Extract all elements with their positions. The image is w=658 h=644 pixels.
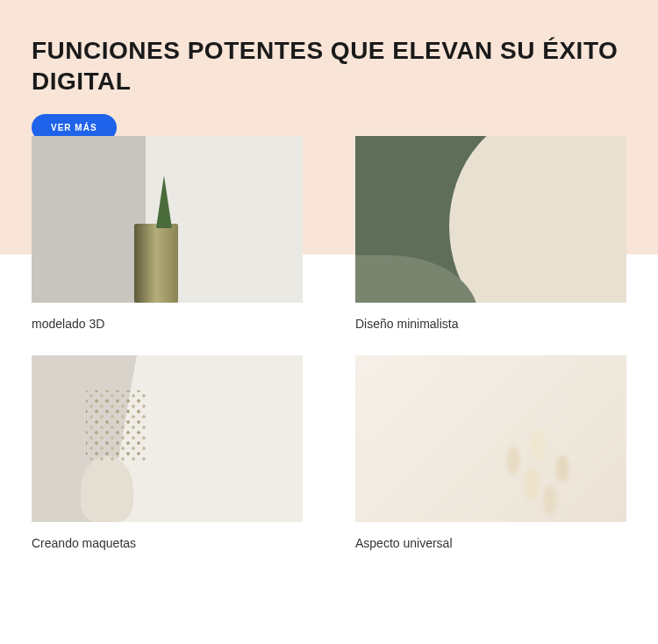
feature-card-creando-maquetas[interactable]: Creando maquetas <box>32 355 303 550</box>
feature-grid: modelado 3D Diseño minimalista Creando m… <box>32 136 626 550</box>
feature-label: modelado 3D <box>32 317 303 331</box>
feature-image <box>355 136 626 303</box>
feature-label: Creando maquetas <box>32 536 303 550</box>
feature-image <box>32 136 303 303</box>
feature-card-diseno-minimalista[interactable]: Diseño minimalista <box>355 136 626 331</box>
feature-card-aspecto-universal[interactable]: Aspecto universal <box>355 355 626 550</box>
feature-image <box>32 355 303 522</box>
page-title: FUNCIONES POTENTES QUE ELEVAN SU ÉXITO D… <box>32 35 626 97</box>
feature-label: Aspecto universal <box>355 536 626 550</box>
feature-card-modelado-3d[interactable]: modelado 3D <box>32 136 303 331</box>
feature-image <box>355 355 626 522</box>
feature-label: Diseño minimalista <box>355 317 626 331</box>
